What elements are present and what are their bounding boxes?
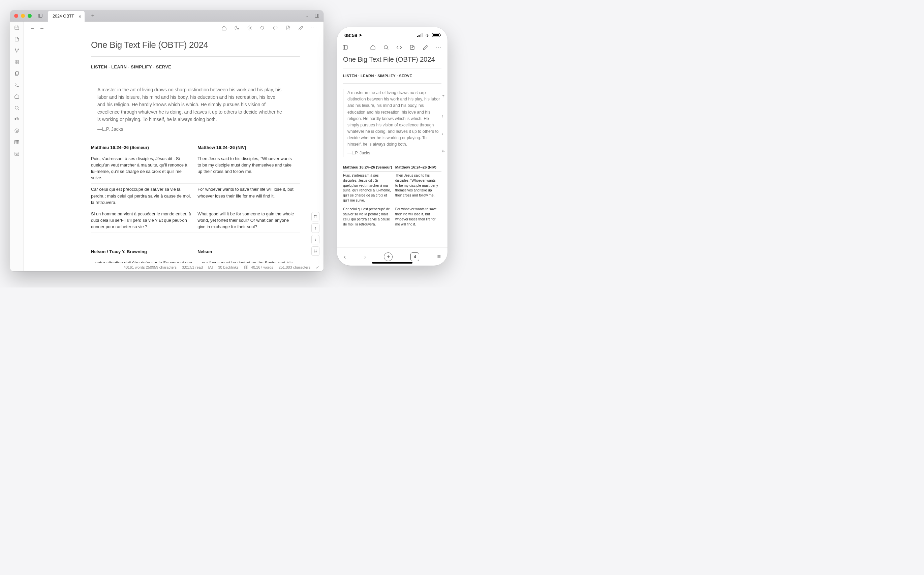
close-window-button[interactable] bbox=[14, 14, 18, 18]
floating-nav-controls: ⇈ ↑ ↓ ⇊ bbox=[311, 212, 319, 256]
location-icon: ➤ bbox=[359, 33, 362, 37]
divider bbox=[91, 56, 300, 57]
sidebar-toggle-icon[interactable] bbox=[342, 44, 348, 50]
terminal-icon[interactable] bbox=[14, 82, 19, 87]
table-row: Car celui qui est préoccupé de sauver sa… bbox=[343, 205, 441, 229]
status-chars-2: 251,003 characters bbox=[279, 265, 310, 269]
scroll-up-marker-icon[interactable]: ↑ bbox=[442, 114, 445, 118]
book-icon bbox=[244, 265, 248, 270]
calendar-icon[interactable] bbox=[14, 25, 19, 30]
note-add-icon[interactable] bbox=[14, 37, 19, 42]
home-button[interactable] bbox=[221, 25, 227, 31]
svg-rect-22 bbox=[15, 141, 19, 144]
branch-icon[interactable] bbox=[14, 48, 19, 53]
status-mode: [A] bbox=[208, 265, 213, 269]
home-icon[interactable] bbox=[14, 94, 19, 99]
code-toggle-icon[interactable] bbox=[396, 44, 402, 50]
mobile-scroll-markers: ↑ ↓ ⇊ bbox=[442, 114, 445, 153]
sun-icon[interactable] bbox=[247, 25, 252, 31]
motto-line: LISTEN · LEARN · SIMPLIFY · SERVE bbox=[343, 74, 441, 78]
svg-line-40 bbox=[263, 29, 264, 30]
window-body: <% ← → ··· bbox=[10, 22, 324, 271]
minimize-window-button[interactable] bbox=[21, 14, 25, 18]
table-row: Puis, s'adressant à ses disciples, Jésus… bbox=[91, 152, 300, 184]
more-menu-icon[interactable]: ··· bbox=[436, 44, 442, 50]
smile-icon[interactable] bbox=[14, 128, 19, 133]
page-title: One Big Text File (OBTF) 2024 bbox=[343, 55, 441, 64]
tab-count-box[interactable]: 4 bbox=[410, 253, 419, 261]
quote-attribution: —L.P. Jacks bbox=[97, 125, 283, 133]
search-button[interactable] bbox=[260, 25, 265, 31]
file-export-icon[interactable] bbox=[286, 25, 291, 31]
scroll-down-marker-icon[interactable]: ↓ bbox=[442, 132, 445, 135]
hamburger-menu-icon[interactable]: ≡ bbox=[437, 253, 441, 260]
mobile-status-bar: 08:58 ➤ bbox=[337, 27, 448, 41]
quote-text: A master in the art of living draws no s… bbox=[348, 90, 441, 148]
svg-point-41 bbox=[427, 37, 427, 37]
file-export-icon[interactable] bbox=[410, 44, 415, 50]
home-indicator[interactable] bbox=[372, 262, 413, 264]
svg-line-36 bbox=[251, 29, 251, 30]
nav-back-button[interactable]: ‹ bbox=[344, 253, 346, 260]
mobile-app-frame: 08:58 ➤ ··· One Big Text File (OBTF) 202… bbox=[337, 27, 448, 265]
tab-active[interactable]: 2024 OBTF × bbox=[48, 10, 85, 22]
new-tab-button[interactable]: + bbox=[91, 13, 94, 19]
svg-rect-2 bbox=[315, 14, 319, 17]
scroll-down-button[interactable]: ↓ bbox=[311, 235, 319, 245]
table-icon[interactable] bbox=[14, 140, 19, 145]
document-body[interactable]: One Big Text File (OBTF) 2024 LISTEN · L… bbox=[24, 34, 324, 271]
nav-forward-button[interactable]: → bbox=[40, 25, 44, 31]
schedule-icon[interactable] bbox=[14, 151, 19, 156]
grid-icon[interactable] bbox=[14, 59, 19, 65]
quote-attribution: —L.P. Jacks bbox=[348, 150, 441, 156]
moon-icon[interactable] bbox=[234, 25, 240, 31]
variable-icon[interactable]: <% bbox=[14, 117, 19, 122]
scripture-table-mobile: Matthieu 16:24–26 (Semeur) Matthew 16:24… bbox=[343, 163, 441, 229]
status-words-2: 40,167 words bbox=[251, 265, 273, 269]
svg-rect-11 bbox=[15, 60, 16, 62]
edit-icon[interactable] bbox=[422, 44, 428, 50]
add-button[interactable]: + bbox=[384, 253, 392, 261]
svg-rect-4 bbox=[15, 26, 19, 30]
home-button[interactable] bbox=[370, 44, 376, 50]
cellular-signal-icon bbox=[417, 33, 423, 37]
edit-icon[interactable] bbox=[298, 25, 303, 31]
scroll-up-button[interactable]: ↑ bbox=[311, 224, 319, 233]
status-backlinks[interactable]: 30 backlinks bbox=[218, 265, 238, 269]
search-icon[interactable] bbox=[14, 105, 19, 111]
tab-menu-chevron-icon[interactable]: ⌄ bbox=[306, 13, 309, 18]
content-area: ← → ··· One Big Text File (OBTF) 2024 bbox=[24, 22, 324, 271]
nav-back-button[interactable]: ← bbox=[30, 25, 35, 31]
scroll-bottom-marker-icon[interactable]: ⇊ bbox=[442, 149, 445, 153]
traffic-lights bbox=[14, 14, 32, 18]
scripture-table: Matthieu 16:24–26 (Semeur) Matthew 16:24… bbox=[91, 142, 300, 233]
scripture-header-fr: Matthieu 16:24–26 (Semeur) bbox=[91, 142, 197, 153]
quote-block: A master in the art of living draws no s… bbox=[343, 89, 441, 157]
quote-block: A master in the art of living draws no s… bbox=[91, 85, 283, 133]
left-sidebar-toggle-icon[interactable] bbox=[38, 13, 43, 18]
mobile-document-body[interactable]: One Big Text File (OBTF) 2024 LISTEN · L… bbox=[337, 53, 448, 248]
check-circle-icon[interactable]: ✓ bbox=[316, 265, 319, 270]
close-tab-icon[interactable]: × bbox=[78, 13, 81, 19]
status-bar: 40161 words 250959 characters 3:01:51 re… bbox=[24, 263, 324, 271]
svg-rect-42 bbox=[343, 45, 348, 49]
scroll-top-button[interactable]: ⇈ bbox=[311, 212, 319, 221]
code-toggle-icon[interactable] bbox=[273, 25, 278, 31]
documents-icon[interactable] bbox=[14, 71, 19, 76]
scroll-bottom-button[interactable]: ⇊ bbox=[311, 246, 319, 256]
right-sidebar-toggle-icon[interactable] bbox=[314, 13, 319, 18]
more-menu-icon[interactable]: ··· bbox=[311, 25, 318, 31]
divider bbox=[343, 83, 441, 84]
svg-rect-13 bbox=[15, 62, 16, 64]
zoom-window-button[interactable] bbox=[28, 14, 32, 18]
editor-toolbar: ← → ··· bbox=[24, 22, 324, 34]
clock: 08:58 bbox=[345, 32, 357, 38]
status-read-time: 3:01:51 read bbox=[182, 265, 203, 269]
nav-forward-button[interactable]: › bbox=[364, 253, 366, 260]
desktop-app-window: 2024 OBTF × + ⌄ <% bbox=[10, 10, 324, 271]
svg-point-30 bbox=[249, 27, 250, 29]
window-title-bar: 2024 OBTF × + ⌄ bbox=[10, 10, 324, 22]
svg-rect-14 bbox=[17, 62, 19, 64]
search-button[interactable] bbox=[383, 44, 389, 50]
scripture-header-en: Matthew 16:24–26 (NIV) bbox=[197, 142, 300, 153]
